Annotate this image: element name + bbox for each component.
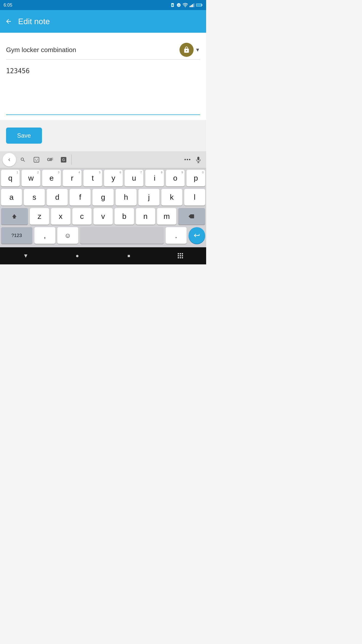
content-area: ▼ 123456 [0, 33, 206, 120]
svg-rect-1 [172, 4, 173, 6]
svg-rect-28 [182, 257, 183, 258]
svg-rect-17 [197, 157, 199, 160]
key-t[interactable]: t5 [83, 170, 102, 186]
svg-text:G: G [62, 158, 65, 162]
key-s[interactable]: s [24, 189, 45, 206]
keyboard-more-button[interactable]: ••• [182, 157, 193, 163]
key-e[interactable]: e3 [42, 170, 61, 186]
key-f[interactable]: f [70, 189, 90, 206]
save-area: Save [0, 120, 206, 151]
status-time: 6:05 [4, 3, 12, 8]
key-num-switch[interactable]: ?123 [1, 227, 32, 244]
svg-rect-6 [191, 5, 192, 7]
key-space[interactable] [80, 227, 164, 244]
key-h[interactable]: h [116, 189, 137, 206]
key-d[interactable]: d [47, 189, 68, 206]
svg-rect-11 [196, 4, 201, 6]
key-o[interactable]: o9 [166, 170, 185, 186]
keyboard-back-button[interactable] [3, 153, 16, 167]
keyboard-row-1: q1 w2 e3 r4 t5 y6 u7 i8 o9 p0 [1, 170, 205, 186]
title-row: ▼ [6, 43, 200, 60]
keyboard-row-2: a s d f g h j k l [1, 189, 205, 206]
keyboard-translate-button[interactable]: G [57, 153, 70, 167]
keyboard-rows: q1 w2 e3 r4 t5 y6 u7 i8 o9 p0 a s d f g … [0, 168, 206, 247]
svg-rect-23 [178, 255, 179, 256]
svg-rect-10 [202, 4, 203, 6]
svg-rect-20 [178, 253, 179, 254]
svg-point-4 [185, 7, 186, 7]
keyboard-sticker-button[interactable] [30, 153, 43, 167]
key-m[interactable]: m [157, 208, 176, 225]
svg-point-13 [35, 159, 36, 159]
nav-back-button[interactable]: ▼ [18, 248, 33, 263]
key-c[interactable]: c [72, 208, 92, 225]
key-u[interactable]: u7 [125, 170, 143, 186]
svg-point-14 [37, 159, 38, 159]
status-bar: 6:05 @ [0, 0, 206, 10]
keyboard-row-3: z x c v b n m [1, 208, 205, 225]
back-button[interactable] [5, 18, 12, 25]
key-b[interactable]: b [115, 208, 134, 225]
keyboard-mic-button[interactable] [193, 154, 204, 165]
lock-badge[interactable] [179, 43, 194, 57]
key-y[interactable]: y6 [104, 170, 123, 186]
note-title-input[interactable] [6, 46, 179, 54]
nav-recents-button[interactable]: ■ [121, 248, 137, 263]
svg-text:@: @ [177, 4, 180, 7]
key-n[interactable]: n [136, 208, 155, 225]
key-emoji[interactable]: ☺ [57, 227, 78, 244]
svg-rect-8 [193, 3, 194, 7]
nav-grid-button[interactable] [173, 248, 188, 263]
toolbar-divider [71, 155, 72, 165]
key-v[interactable]: v [94, 208, 113, 225]
note-body-input[interactable]: 123456 [6, 67, 200, 105]
svg-rect-7 [192, 4, 193, 7]
key-g[interactable]: g [93, 189, 113, 206]
note-body-area: 123456 [6, 60, 200, 115]
key-shift[interactable] [1, 208, 28, 225]
key-k[interactable]: k [161, 189, 182, 206]
keyboard-toolbar: GIF G ••• [0, 151, 206, 168]
battery-icon [196, 3, 203, 7]
key-w[interactable]: w2 [22, 170, 40, 186]
key-comma[interactable]: , [34, 227, 55, 244]
keyboard-row-4: ?123 , ☺ . [1, 227, 205, 244]
key-q[interactable]: q1 [1, 170, 20, 186]
key-a[interactable]: a [1, 189, 22, 206]
svg-rect-26 [178, 257, 179, 258]
save-button[interactable]: Save [6, 128, 42, 144]
status-icons: @ [170, 3, 203, 7]
svg-rect-21 [180, 253, 181, 254]
key-i[interactable]: i8 [145, 170, 164, 186]
svg-rect-5 [190, 6, 191, 7]
svg-rect-27 [180, 257, 181, 258]
svg-rect-25 [182, 255, 183, 256]
key-enter[interactable] [189, 227, 205, 244]
key-r[interactable]: r4 [63, 170, 81, 186]
sim-icon [170, 3, 175, 7]
svg-rect-22 [182, 253, 183, 254]
key-period[interactable]: . [166, 227, 187, 244]
nav-bar: ▼ ● ■ [0, 247, 206, 264]
key-z[interactable]: z [30, 208, 49, 225]
wifi-icon [183, 3, 188, 7]
nav-home-button[interactable]: ● [70, 248, 85, 263]
key-l[interactable]: l [184, 189, 205, 206]
keyboard-gif-button[interactable]: GIF [43, 153, 57, 167]
key-backspace[interactable] [178, 208, 205, 225]
notify-icon: @ [176, 3, 181, 7]
lock-dropdown-icon[interactable]: ▼ [195, 47, 200, 53]
key-j[interactable]: j [139, 189, 159, 206]
keyboard-search-button[interactable] [16, 153, 30, 167]
app-bar: Edit note [0, 10, 206, 33]
key-p[interactable]: p0 [187, 170, 205, 186]
key-x[interactable]: x [51, 208, 70, 225]
svg-rect-24 [180, 255, 181, 256]
app-bar-title: Edit note [18, 17, 50, 26]
svg-rect-12 [34, 157, 39, 162]
signal-icon [190, 3, 195, 7]
